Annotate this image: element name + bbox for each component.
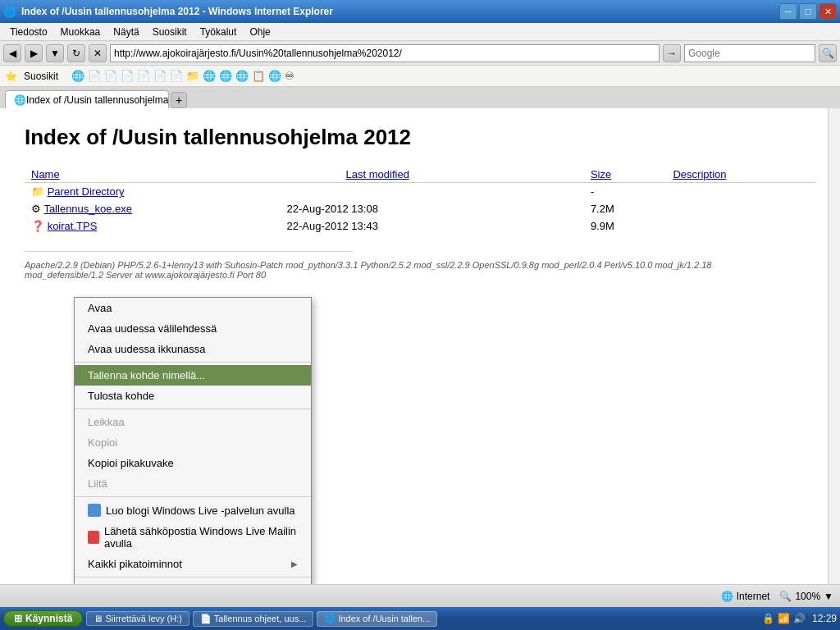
link-tallennus-exe[interactable]: Tallennus_koe.exe: [43, 203, 132, 215]
toolbar-icon-9[interactable]: 🌐: [203, 70, 216, 82]
scrollbar[interactable]: [828, 108, 840, 584]
ctx-copy-shortcut[interactable]: Kopioi pikakuvake: [75, 453, 311, 473]
toolbar-icon-7[interactable]: 📄: [170, 70, 183, 82]
internet-icon: 🌐: [721, 591, 733, 602]
menu-nayta[interactable]: Näytä: [107, 25, 145, 39]
cell-size: 9.9M: [584, 217, 667, 235]
ctx-print[interactable]: Tulosta kohde: [75, 386, 311, 406]
new-tab-button[interactable]: +: [171, 92, 187, 108]
address-input[interactable]: [110, 44, 660, 62]
toolbar-icon-3[interactable]: 📄: [104, 70, 117, 82]
minimize-button[interactable]: ─: [779, 3, 797, 20]
cell-size: -: [584, 183, 667, 201]
ctx-sep-3: [75, 496, 311, 497]
toolbar-icon-1[interactable]: 🌐: [71, 70, 84, 82]
ctx-open-window[interactable]: Avaa uudessa ikkunassa: [75, 339, 311, 359]
systray-icon-2: 📶: [778, 613, 790, 624]
ctx-sep-1: [75, 362, 311, 363]
title-bar-buttons: ─ □ ✕: [779, 3, 837, 20]
table-row: ❓ koirat.TPS 22-Aug-2012 13:43 9.9M: [25, 217, 815, 235]
systray-icon-1: 🔒: [762, 613, 774, 624]
ctx-open-tab[interactable]: Avaa uudessa välilehdessä: [75, 318, 311, 339]
col-modified[interactable]: Last modified: [281, 167, 584, 183]
cell-name: 📁 Parent Directory: [25, 183, 281, 201]
main-content: Index of /Uusin tallennusohjelma 2012 Na…: [0, 108, 840, 584]
toolbar-icon-11[interactable]: 🌐: [235, 70, 249, 82]
search-button[interactable]: 🔍: [819, 44, 837, 62]
folder-icon: 📁: [31, 185, 44, 198]
title-bar: 🌐 Index of /Uusin tallennusohjelma 2012 …: [0, 0, 840, 23]
taskbar: ⊞ Käynnistä 🖥 Siirrettävä levy (H:) 📄 Ta…: [0, 607, 840, 630]
taskbar-right: 🔒 📶 🔊 12:29: [762, 613, 837, 624]
ctx-open[interactable]: Avaa: [75, 298, 311, 318]
cell-name: ❓ koirat.TPS: [25, 217, 281, 235]
toolbar-icon-4[interactable]: 📄: [121, 70, 134, 82]
toolbar-icon-6[interactable]: 📄: [153, 70, 167, 82]
ctx-save-as[interactable]: Tallenna kohde nimellä...: [75, 365, 311, 386]
title-bar-left: 🌐 Index of /Uusin tallennusohjelma 2012 …: [3, 6, 333, 18]
systray-icon-3: 🔊: [793, 613, 806, 624]
tab-main[interactable]: 🌐 Index of /Uusin tallennusohjelma 2012: [5, 90, 169, 108]
col-name[interactable]: Name: [25, 167, 281, 183]
zoom-dropdown-icon: ▼: [824, 591, 833, 602]
tab-label: Index of /Uusin tallennusohjelma 2012: [26, 94, 169, 106]
menu-tiedosto[interactable]: Tiedosto: [3, 25, 54, 39]
zoom-label: 100%: [795, 591, 820, 602]
ctx-paste: Liitä: [75, 473, 311, 494]
toolbar-icon-14[interactable]: ♾: [285, 70, 294, 82]
table-row: ⚙ Tallennus_koe.exe 22-Aug-2012 13:08 7.…: [25, 200, 815, 217]
toolbar-icon-12[interactable]: 📋: [252, 70, 265, 82]
server-info: Apache/2.2.9 (Debian) PHP/5.2.6-1+lenny1…: [25, 260, 763, 280]
toolbar-icon-13[interactable]: 🌐: [268, 70, 281, 82]
close-button[interactable]: ✕: [819, 3, 837, 20]
link-koirat-tps[interactable]: koirat.TPS: [48, 220, 98, 232]
page-title: Index of /Uusin tallennusohjelma 2012: [25, 125, 815, 150]
favorites-label[interactable]: Suosikit: [24, 71, 58, 82]
ctx-blog[interactable]: Luo blogi Windows Live -palvelun avulla: [75, 500, 311, 521]
ctx-all-quick[interactable]: Kaikki pikatoiminnot ▶: [75, 554, 311, 574]
go-button[interactable]: →: [663, 44, 681, 62]
tab-bar: 🌐 Index of /Uusin tallennusohjelma 2012 …: [0, 87, 840, 108]
maximize-button[interactable]: □: [799, 3, 817, 20]
stop-button[interactable]: ✕: [89, 44, 107, 62]
dropdown-button[interactable]: ▼: [46, 44, 64, 62]
context-menu: Avaa Avaa uudessa välilehdessä Avaa uude…: [74, 297, 312, 584]
toolbar-icon-10[interactable]: 🌐: [219, 70, 232, 82]
ctx-mail[interactable]: Lähetä sähköpostia Windows Live Mailin a…: [75, 521, 311, 554]
menu-ohje[interactable]: Ohje: [243, 25, 276, 39]
taskbar-item-drive[interactable]: 🖥 Siirrettävä levy (H:): [86, 611, 189, 626]
ctx-add-fav[interactable]: Lisää Suosikit-kansioon...: [75, 580, 311, 584]
search-input[interactable]: [684, 44, 815, 62]
favorites-star-icon: ⭐: [5, 71, 17, 82]
taskbar-item-tallennus[interactable]: 📄 Tallennus ohjeet, uus...: [193, 611, 313, 627]
submenu-arrow-icon: ▶: [291, 559, 298, 568]
refresh-button[interactable]: ↻: [67, 44, 85, 62]
cell-modified: [281, 183, 584, 201]
menu-muokkaa[interactable]: Muokkaa: [54, 25, 107, 39]
file-table: Name Last modified Size Description 📁 Pa…: [25, 167, 815, 235]
menu-tyokalut[interactable]: Työkalut: [194, 25, 244, 39]
tab-icon: 🌐: [14, 94, 26, 106]
toolbar-icon-2[interactable]: 📄: [88, 70, 101, 82]
cell-desc: [666, 200, 815, 217]
zone-label: Internet: [737, 591, 770, 602]
back-button[interactable]: ◀: [3, 44, 21, 62]
systray: 🔒 📶 🔊: [762, 613, 806, 624]
toolbar-icon-8[interactable]: 📁: [186, 70, 199, 82]
zoom-icon: 🔍: [779, 591, 792, 602]
title-bar-text: Index of /Uusin tallennusohjelma 2012 - …: [21, 6, 333, 17]
start-button[interactable]: ⊞ Käynnistä: [3, 610, 83, 627]
toolbar-icon-5[interactable]: 📄: [137, 70, 150, 82]
col-description[interactable]: Description: [666, 167, 815, 183]
col-size[interactable]: Size: [584, 167, 667, 183]
menu-bar: Tiedosto Muokkaa Näytä Suosikit Työkalut…: [0, 23, 840, 41]
zoom-control[interactable]: 🔍 100% ▼: [779, 591, 833, 602]
taskbar-item-index[interactable]: 🌐 Index of /Uusin tallen...: [317, 611, 437, 627]
link-parent-dir[interactable]: Parent Directory: [48, 185, 125, 198]
forward-button[interactable]: ▶: [25, 44, 43, 62]
status-bar: 🌐 Internet 🔍 100% ▼: [0, 584, 840, 607]
windows-logo-icon: ⊞: [14, 613, 22, 624]
menu-suosikit[interactable]: Suosikit: [146, 25, 194, 39]
cell-modified: 22-Aug-2012 13:43: [281, 217, 584, 235]
cell-name: ⚙ Tallennus_koe.exe: [25, 200, 281, 217]
